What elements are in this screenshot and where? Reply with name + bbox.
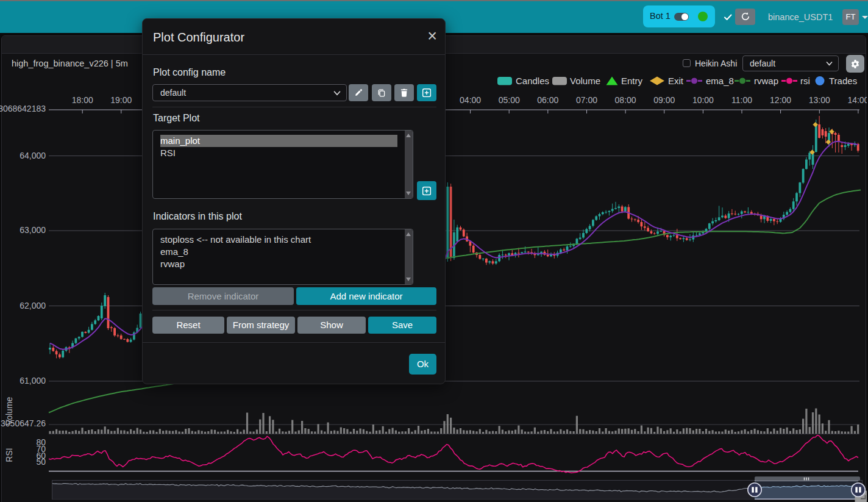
svg-text:63,000: 63,000 [20, 225, 46, 235]
svg-text:07:00: 07:00 [576, 95, 597, 105]
svg-text:3050647.26: 3050647.26 [1, 418, 46, 428]
svg-text:high_frog_binance_v226 | 5m: high_frog_binance_v226 | 5m [12, 59, 128, 68]
svg-text:50: 50 [36, 457, 46, 467]
svg-text:13:00: 13:00 [809, 95, 830, 105]
svg-text:05:00: 05:00 [499, 95, 520, 105]
svg-text:3068642183: 3068642183 [0, 104, 46, 113]
svg-text:rsi: rsi [800, 76, 810, 86]
svg-text:62,000: 62,000 [20, 301, 46, 310]
svg-text:64,000: 64,000 [20, 151, 46, 160]
svg-text:09:00: 09:00 [653, 95, 675, 105]
svg-text:61,000: 61,000 [20, 376, 46, 385]
svg-text:08:00: 08:00 [615, 95, 636, 105]
svg-text:14:00: 14:00 [847, 95, 868, 105]
svg-text:19:00: 19:00 [110, 95, 132, 105]
svg-text:Candles: Candles [516, 76, 549, 86]
svg-text:Trades: Trades [829, 76, 857, 86]
svg-text:18:00: 18:00 [72, 95, 93, 105]
svg-text:10:00: 10:00 [692, 95, 714, 105]
svg-text:RSI: RSI [4, 448, 14, 462]
svg-text:04:00: 04:00 [460, 95, 481, 105]
svg-text:Entry: Entry [621, 76, 643, 86]
svg-text:11:00: 11:00 [731, 95, 752, 105]
svg-text:ema_8: ema_8 [706, 76, 734, 86]
svg-text:Volume: Volume [570, 76, 600, 86]
svg-text:rvwap: rvwap [754, 76, 778, 86]
svg-text:12:00: 12:00 [770, 95, 791, 105]
svg-text:Exit: Exit [668, 76, 684, 86]
svg-text:06:00: 06:00 [537, 95, 558, 105]
